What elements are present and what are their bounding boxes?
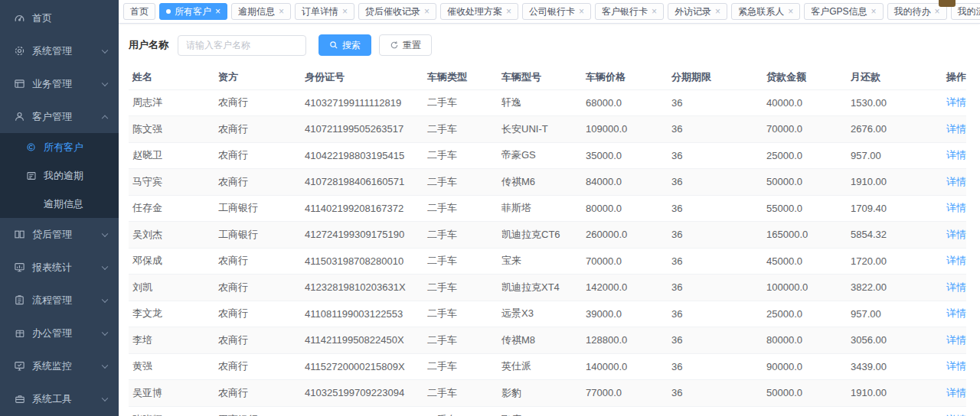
column-header-installment-term: 分期期限 [668, 66, 763, 89]
table-row: 吴亚博农商行410325199709223094二手车影豹77000.03650… [129, 380, 966, 407]
detail-link[interactable]: 详情 [946, 149, 966, 161]
sidebar-item-home[interactable]: 首页 [0, 2, 119, 34]
sidebar-item-post-loan[interactable]: 贷后管理 [0, 218, 119, 251]
tab-my-todo[interactable]: 我的待办× [887, 3, 947, 20]
reset-button[interactable]: 重置 [379, 34, 432, 56]
tab-visit-records[interactable]: 外访记录× [668, 3, 727, 20]
cell-vehicle-price: 35000.0 [582, 142, 668, 169]
tab-overdue-info[interactable]: 逾期信息× [231, 3, 291, 20]
avatar[interactable] [939, 0, 956, 7]
cell-installment-term: 36 [668, 89, 763, 116]
detail-link[interactable]: 详情 [946, 360, 966, 372]
cell-name: 吴刘杰 [129, 222, 214, 249]
cell-monthly-payment: 3056.00 [847, 327, 937, 354]
chevron-down-icon [102, 80, 108, 86]
tab-emergency-contacts[interactable]: 紧急联系人× [731, 3, 800, 20]
cell-funder: 农商行 [214, 116, 301, 143]
close-icon[interactable]: × [506, 7, 511, 16]
tab-company-bank-card[interactable]: 公司银行卡× [522, 3, 591, 20]
gear-icon [14, 45, 25, 57]
table-row: 周志洋农商行410327199111112819二手车轩逸68000.03640… [129, 89, 966, 116]
tab-order-detail[interactable]: 订单详情× [295, 3, 354, 20]
cell-vehicle-type: 二手车 [423, 327, 498, 354]
tab-home[interactable]: 首页 [123, 3, 155, 20]
close-icon[interactable]: × [279, 7, 284, 16]
sidebar-item-business[interactable]: 业务管理 [0, 67, 119, 100]
detail-link[interactable]: 详情 [946, 281, 966, 293]
cell-action: 详情 [937, 169, 966, 196]
content-panel: 用户名称 搜索 重置 [119, 24, 980, 416]
detail-link[interactable]: 详情 [946, 176, 966, 187]
cell-monthly-payment: 3439.00 [847, 353, 937, 380]
close-icon[interactable]: × [788, 7, 793, 16]
detail-link[interactable]: 详情 [946, 202, 966, 213]
search-button[interactable]: 搜索 [318, 34, 371, 56]
detail-link[interactable]: 详情 [946, 414, 966, 416]
cell-loan-amount: 40000.0 [763, 89, 847, 116]
cell-loan-amount: 80000.0 [763, 327, 847, 354]
column-header-vehicle-type: 车辆类型 [423, 66, 498, 89]
close-icon[interactable]: × [871, 7, 876, 16]
sidebar-item-reports[interactable]: 报表统计 [0, 251, 119, 284]
sidebar-item-office[interactable]: 办公管理 [0, 317, 119, 349]
cell-vehicle-type: 二手车 [423, 301, 498, 327]
cell-action: 详情 [937, 116, 966, 143]
chevron-down-icon [102, 329, 108, 335]
close-icon[interactable]: × [715, 7, 720, 16]
cell-funder: 农商行 [214, 380, 301, 407]
sidebar-item-customer[interactable]: 客户管理 [0, 100, 119, 133]
tab-customer-gps[interactable]: 客户GPS信息× [804, 3, 883, 20]
sidebar-item-monitor[interactable]: 系统监控 [0, 349, 119, 382]
cell-monthly-payment: 5854.32 [847, 222, 937, 249]
detail-link[interactable]: 详情 [946, 334, 966, 346]
cell-vehicle-type: 二手车 [423, 169, 498, 196]
cell-loan-amount: 55000.0 [763, 195, 847, 222]
close-icon[interactable]: × [424, 7, 430, 16]
detail-link[interactable]: 详情 [946, 387, 966, 398]
cell-loan-amount: 90000.0 [763, 353, 847, 380]
close-icon[interactable]: × [579, 7, 584, 16]
detail-link[interactable]: 详情 [946, 255, 966, 266]
sidebar-item-label: 所有客户 [44, 141, 83, 154]
cell-monthly-payment [847, 406, 937, 416]
table-row: 李文龙农商行411081199003122553二手车远景X339000.036… [129, 301, 966, 327]
tab-collection-plan[interactable]: 催收处理方案× [440, 3, 518, 20]
report-icon [14, 262, 25, 273]
tools-icon [14, 393, 25, 405]
customer-submenu: 所有客户我的逾期逾期信息 [0, 133, 119, 218]
close-icon[interactable]: × [935, 7, 940, 16]
detail-link[interactable]: 详情 [946, 229, 966, 240]
tab-collection-records[interactable]: 贷后催收记录× [358, 3, 436, 20]
search-input[interactable] [178, 35, 306, 56]
sidebar-item-my-overdue[interactable]: 我的逾期 [0, 161, 119, 190]
sidebar-item-label: 逾期信息 [44, 197, 83, 211]
close-icon[interactable]: × [215, 7, 220, 16]
user-icon [14, 111, 25, 122]
close-icon[interactable]: × [652, 7, 657, 16]
column-header-loan-amount: 贷款金额 [763, 66, 847, 89]
detail-link[interactable]: 详情 [946, 123, 966, 135]
sidebar-item-overdue-info[interactable]: 逾期信息 [0, 190, 119, 218]
sidebar-item-tools[interactable]: 系统工具 [0, 382, 119, 415]
sidebar-item-label: 办公管理 [32, 327, 72, 340]
tab-customer-bank-card[interactable]: 客户银行卡× [595, 3, 664, 20]
home-icon [14, 12, 25, 24]
sidebar-item-system[interactable]: 系统管理 [0, 34, 119, 67]
sidebar-item-label: 流程管理 [32, 294, 72, 307]
close-icon[interactable]: × [342, 7, 348, 16]
cell-loan-amount: 45000.0 [763, 248, 847, 275]
search-label: 用户名称 [129, 38, 168, 52]
sidebar-item-process[interactable]: 流程管理 [0, 284, 119, 317]
cell-funder: 农商行 [214, 169, 301, 196]
sidebar-item-label: 首页 [32, 11, 52, 25]
cell-loan-amount: 25000.0 [763, 142, 847, 169]
cell-monthly-payment: 1910.00 [847, 380, 937, 407]
cell-action: 详情 [937, 275, 966, 301]
detail-link[interactable]: 详情 [946, 307, 966, 319]
cell-id-number: 410728198406160571 [301, 169, 423, 196]
tab-all-customers[interactable]: 所有客户× [159, 3, 227, 20]
cell-id-number: 41152720000215809X [301, 353, 423, 380]
sidebar-item-label: 系统管理 [32, 44, 72, 58]
sidebar-item-all-customers[interactable]: 所有客户 [0, 133, 119, 161]
detail-link[interactable]: 详情 [946, 96, 966, 108]
